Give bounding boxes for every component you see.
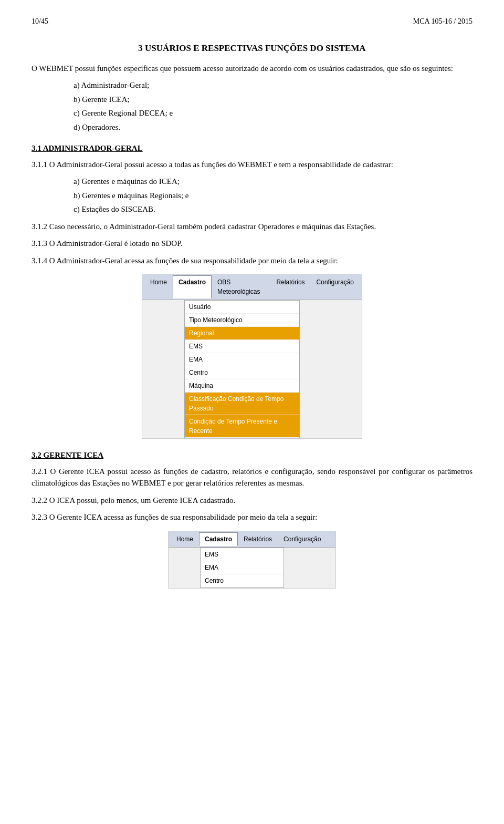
menu-item-classificacao[interactable]: Classificação Condição de Tempo Passado bbox=[185, 393, 299, 415]
menu-nav-bar-1: Home Cadastro OBS Meteorológicas Relatór… bbox=[142, 274, 362, 300]
subsection-32-title: 3.2 GERENTE ICEA bbox=[32, 449, 472, 461]
menu-item-ema[interactable]: EMA bbox=[185, 353, 299, 366]
menu-dropdown-1: Usuário Tipo Meteorológico Regional EMS … bbox=[184, 300, 300, 438]
paragraph-314: 3.1.4 O Administrador-Geral acessa as fu… bbox=[32, 255, 472, 267]
menu-item-maquina[interactable]: Máquina bbox=[185, 379, 299, 393]
paragraph-311: 3.1.1 O Administrador-Geral possui acess… bbox=[32, 159, 472, 171]
menu2-item-centro[interactable]: Centro bbox=[201, 574, 284, 588]
document-title: MCA 105-16 / 2015 bbox=[413, 16, 472, 27]
menu2-nav-relatorios[interactable]: Relatórios bbox=[238, 532, 278, 546]
menu-item-regional[interactable]: Regional bbox=[185, 327, 299, 340]
menu-nav-configuracao[interactable]: Configuração bbox=[311, 275, 360, 298]
section-title: 3 USUÁRIOS E RESPECTIVAS FUNÇÕES DO SIST… bbox=[32, 42, 472, 55]
paragraph-323: 3.2.3 O Gerente ICEA acessa as funções d… bbox=[32, 511, 472, 523]
list-item-311-b: b) Gerentes e máquinas Regionais; e bbox=[74, 190, 472, 202]
list-item: d) Operadores. bbox=[74, 121, 472, 133]
list-item-311-c: c) Estações do SISCEAB. bbox=[74, 203, 472, 215]
menu-item-condicao[interactable]: Condição de Tempo Presente e Recente bbox=[185, 415, 299, 438]
menu-nav-relatorios[interactable]: Relatórios bbox=[271, 275, 311, 298]
menu-screenshot-1: Home Cadastro OBS Meteorológicas Relatór… bbox=[142, 274, 362, 439]
paragraph-312: 3.1.2 Caso necessário, o Administrador-G… bbox=[32, 221, 472, 233]
menu-item-tipo-meteorologico[interactable]: Tipo Meteorológico bbox=[185, 314, 299, 327]
list-item-311-a: a) Gerentes e máquinas do ICEA; bbox=[74, 176, 472, 188]
list-item: a) Administrador-Geral; bbox=[74, 79, 472, 91]
menu-item-ems[interactable]: EMS bbox=[185, 340, 299, 353]
menu2-nav-cadastro[interactable]: Cadastro bbox=[199, 532, 238, 546]
menu2-item-ema[interactable]: EMA bbox=[201, 561, 284, 574]
subsection-31-title: 3.1 ADMINISTRADOR-GERAL bbox=[32, 142, 472, 154]
menu-item-usuario[interactable]: Usuário bbox=[185, 301, 299, 314]
menu-nav-obs[interactable]: OBS Meteorológicas bbox=[212, 275, 271, 298]
page-number: 10/45 bbox=[32, 16, 48, 27]
menu-nav-bar-2: Home Cadastro Relatórios Configuração bbox=[169, 531, 335, 548]
menu2-item-ems[interactable]: EMS bbox=[201, 548, 284, 561]
list-item: b) Gerente ICEA; bbox=[74, 94, 472, 106]
paragraph-313: 3.1.3 O Administrador-Geral é lotado no … bbox=[32, 238, 472, 250]
menu-item-centro[interactable]: Centro bbox=[185, 366, 299, 379]
menu-nav-cadastro[interactable]: Cadastro bbox=[173, 275, 212, 298]
list-item: c) Gerente Regional DECEA; e bbox=[74, 107, 472, 119]
menu2-nav-configuracao[interactable]: Configuração bbox=[278, 532, 327, 546]
section-intro: O WEBMET possui funções específicas que … bbox=[32, 63, 472, 75]
paragraph-322: 3.2.2 O ICEA possui, pelo menos, um Gere… bbox=[32, 495, 472, 507]
menu-screenshot-2: Home Cadastro Relatórios Configuração EM… bbox=[168, 531, 336, 589]
menu2-nav-home[interactable]: Home bbox=[171, 532, 199, 546]
menu-dropdown-2: EMS EMA Centro bbox=[200, 548, 284, 588]
menu-nav-home[interactable]: Home bbox=[144, 275, 173, 298]
paragraph-321: 3.2.1 O Gerente ICEA possui acesso às fu… bbox=[32, 466, 472, 489]
